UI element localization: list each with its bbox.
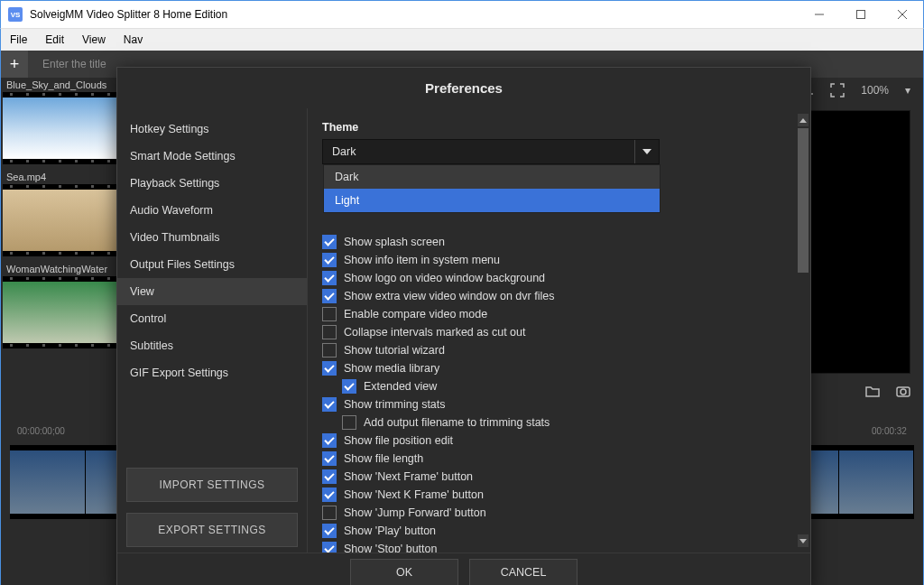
option-row[interactable]: Show file length xyxy=(322,450,792,468)
option-row[interactable]: Show 'Next Frame' button xyxy=(322,468,792,486)
option-row[interactable]: Show 'Jump Forward' button xyxy=(322,504,792,522)
option-label: Show 'Play' button xyxy=(344,525,436,537)
app-icon: VS xyxy=(8,7,23,22)
option-row[interactable]: Show 'Next K Frame' button xyxy=(322,486,792,504)
right-toolbar: 100% ▾ xyxy=(799,83,910,98)
svg-rect-1 xyxy=(857,11,865,19)
checkbox[interactable] xyxy=(322,361,337,376)
svg-point-5 xyxy=(901,389,906,395)
folder-icon[interactable] xyxy=(865,385,880,399)
title-bar: VS SolveigMM Video Splitter 8 Home Editi… xyxy=(0,0,924,29)
checkbox[interactable] xyxy=(322,433,337,448)
option-label: Show 'Next K Frame' button xyxy=(344,488,484,501)
pref-nav-item[interactable]: Video Thumbnails xyxy=(117,224,307,251)
minimize-button[interactable] xyxy=(799,2,840,27)
checkbox[interactable] xyxy=(322,235,337,249)
option-row[interactable]: Show media library xyxy=(322,359,792,377)
preferences-content: Theme Dark DarkLight Show splash screenS… xyxy=(307,108,810,552)
scroll-down-button[interactable] xyxy=(798,534,808,547)
option-label: Show splash screen xyxy=(344,236,445,248)
chevron-down-icon[interactable] xyxy=(634,140,659,163)
theme-option[interactable]: Light xyxy=(324,189,660,212)
pref-nav-item[interactable]: Smart Mode Settings xyxy=(117,143,307,170)
option-row[interactable]: Show 'Play' button xyxy=(322,522,792,540)
checkbox[interactable] xyxy=(322,253,337,267)
option-label: Show file length xyxy=(344,452,423,465)
fullscreen-icon[interactable] xyxy=(830,83,845,98)
theme-select[interactable]: Dark DarkLight xyxy=(322,139,660,164)
scroll-thumb[interactable] xyxy=(798,128,808,273)
cancel-button[interactable]: CANCEL xyxy=(469,559,578,585)
pref-nav-item[interactable]: View xyxy=(117,278,307,305)
option-label: Extended view xyxy=(364,380,437,393)
option-row[interactable]: Show splash screen xyxy=(322,233,792,251)
checkbox[interactable] xyxy=(322,488,337,502)
checkbox[interactable] xyxy=(322,469,337,484)
pref-nav-item[interactable]: GIF Export Settings xyxy=(117,359,307,386)
maximize-button[interactable] xyxy=(840,2,882,27)
preferences-dialog: Preferences Hotkey SettingsSmart Mode Se… xyxy=(116,67,811,585)
close-button[interactable] xyxy=(882,2,923,27)
option-label: Show trimming stats xyxy=(344,398,446,411)
option-label: Add output filename to trimming stats xyxy=(364,416,550,429)
menu-file[interactable]: File xyxy=(1,29,36,51)
checkbox[interactable] xyxy=(322,307,337,321)
option-row[interactable]: Show file position edit xyxy=(322,432,792,450)
camera-icon[interactable] xyxy=(896,385,910,399)
theme-value: Dark xyxy=(323,145,634,158)
export-settings-button[interactable]: EXPORT SETTINGS xyxy=(126,513,298,547)
menubar: File Edit View Nav xyxy=(1,29,923,51)
option-row[interactable]: Show tutorial wizard xyxy=(322,341,792,359)
import-settings-button[interactable]: IMPORT SETTINGS xyxy=(126,468,298,502)
theme-label: Theme xyxy=(322,121,792,134)
checkbox[interactable] xyxy=(322,289,337,303)
pref-nav-item[interactable]: Output Files Settings xyxy=(117,251,307,278)
ok-button[interactable]: OK xyxy=(350,559,458,585)
app-title: SolveigMM Video Splitter 8 Home Edition xyxy=(30,8,227,21)
option-row[interactable]: Extended view xyxy=(322,377,792,395)
option-row[interactable]: Enable compare video mode xyxy=(322,305,792,323)
menu-nav[interactable]: Nav xyxy=(115,29,152,51)
option-row[interactable]: Show logo on video window background xyxy=(322,269,792,287)
checkbox[interactable] xyxy=(322,506,337,520)
option-row[interactable]: Show 'Stop' button xyxy=(322,540,792,552)
pref-nav-item[interactable]: Subtitles xyxy=(117,332,307,359)
checkbox[interactable] xyxy=(322,451,337,466)
chevron-down-icon[interactable]: ▾ xyxy=(905,84,910,97)
option-label: Enable compare video mode xyxy=(344,308,487,320)
option-row[interactable]: Add output filename to trimming stats xyxy=(322,413,792,432)
option-label: Show 'Stop' button xyxy=(344,543,437,552)
option-label: Show file position edit xyxy=(344,434,453,447)
scroll-up-button[interactable] xyxy=(798,114,808,126)
option-row[interactable]: Show trimming stats xyxy=(322,395,792,413)
zoom-level[interactable]: 100% xyxy=(861,84,889,97)
checkbox[interactable] xyxy=(322,271,337,285)
menu-edit[interactable]: Edit xyxy=(36,29,73,51)
option-row[interactable]: Show info item in system menu xyxy=(322,251,792,269)
pref-nav-item[interactable]: Audio Waveform xyxy=(117,197,307,224)
checkbox[interactable] xyxy=(322,325,337,339)
menu-view[interactable]: View xyxy=(73,29,115,51)
preferences-title: Preferences xyxy=(117,68,810,108)
checkbox[interactable] xyxy=(322,397,337,412)
checkbox[interactable] xyxy=(342,379,356,394)
checkbox[interactable] xyxy=(322,524,337,538)
option-label: Show info item in system menu xyxy=(344,254,500,266)
option-label: Show media library xyxy=(344,362,439,375)
pref-nav-item[interactable]: Playback Settings xyxy=(117,170,307,197)
preferences-nav: Hotkey SettingsSmart Mode SettingsPlayba… xyxy=(117,108,307,552)
option-label: Show logo on video window background xyxy=(344,272,545,284)
time-tick: 00:00:32 xyxy=(872,426,907,436)
option-label: Show extra view video window on dvr file… xyxy=(344,290,554,302)
option-row[interactable]: Collapse intervals marked as cut out xyxy=(322,323,792,341)
pref-nav-item[interactable]: Hotkey Settings xyxy=(117,116,307,143)
view-options-list: Show splash screenShow info item in syst… xyxy=(322,233,792,552)
theme-option[interactable]: Dark xyxy=(324,165,660,189)
scrollbar[interactable] xyxy=(798,114,808,547)
checkbox[interactable] xyxy=(322,542,337,552)
checkbox[interactable] xyxy=(322,343,337,358)
pref-nav-item[interactable]: Control xyxy=(117,305,307,332)
option-row[interactable]: Show extra view video window on dvr file… xyxy=(322,287,792,305)
checkbox[interactable] xyxy=(342,415,356,430)
add-button[interactable]: + xyxy=(1,51,28,78)
